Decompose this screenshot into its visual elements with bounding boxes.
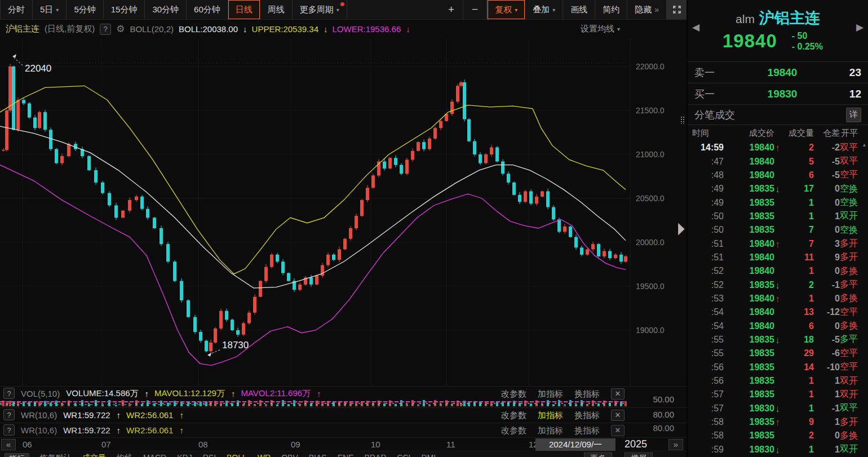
trade-row[interactable]: :571983511双开	[688, 388, 868, 401]
switch-indicator-link[interactable]: 换指标	[574, 410, 600, 421]
indicator-tab-BIAS[interactable]: BIAS	[309, 453, 327, 457]
trade-position-diff: 1	[814, 445, 840, 455]
indicator-tab-BOLL[interactable]: BOLL	[227, 453, 247, 457]
indicator-tab-KDJ[interactable]: KDJ	[177, 453, 192, 457]
svg-text:21500.0: 21500.0	[636, 106, 665, 115]
bottom-button-更多[interactable]: 更多	[584, 452, 612, 457]
close-panel-icon[interactable]: ✕	[611, 425, 625, 436]
ask-volume: 23	[830, 66, 861, 79]
change-params-link[interactable]: 改参数	[501, 410, 526, 421]
gear-icon[interactable]: ⚙	[116, 23, 125, 35]
trade-time: :54	[692, 321, 724, 331]
scroll-left-button[interactable]: «	[1, 439, 16, 450]
button-label: 画线	[570, 5, 587, 15]
trade-open-close-type: 双开	[840, 210, 865, 222]
trade-row[interactable]: :5919830↓11双开	[688, 443, 868, 456]
help-icon[interactable]: ?	[100, 24, 111, 35]
trade-row[interactable]: :5319840↑10多换	[688, 292, 868, 305]
collapse-panel-arrow-icon[interactable]: ▶	[678, 219, 685, 238]
indicator-tab-DMI[interactable]: DMI	[421, 453, 436, 457]
switch-indicator-link[interactable]: 换指标	[574, 425, 600, 436]
trade-row[interactable]: :541984013-12空平	[688, 305, 868, 319]
action-复权[interactable]: 复权▾	[487, 0, 525, 19]
add-indicator-link[interactable]: 加指标	[538, 425, 563, 436]
help-icon[interactable]: ?	[3, 409, 15, 420]
change-params-link[interactable]: 改参数	[501, 425, 526, 436]
quote-panel: ◀ ▶ alm沪铝主连 19840 - 50 - 0.25% 卖一 19840 …	[687, 0, 868, 457]
trade-row[interactable]: 14:5919840↑2-2双平	[688, 141, 868, 154]
bid-row[interactable]: 买一 19830 12	[688, 83, 868, 105]
trade-row[interactable]: :541984060多换	[688, 319, 868, 332]
trade-row[interactable]: :4919835↓170空换	[688, 182, 868, 196]
trade-row[interactable]: :5119840119多开	[688, 251, 868, 264]
action-简约[interactable]: 简约	[595, 0, 627, 19]
axis-drag-handle[interactable]	[680, 116, 685, 124]
trade-row[interactable]: :501983570空换	[688, 223, 868, 237]
indicator-tab-恢复默认[interactable]: 恢复默认	[40, 453, 72, 457]
candlestick-chart[interactable]: 22000.021500.021000.020500.020000.019500…	[0, 38, 687, 386]
indicator-tab-均线[interactable]: 均线	[117, 453, 132, 457]
indicator-tab-RSI[interactable]: RSI	[203, 453, 216, 457]
trade-position-diff: 1	[814, 417, 840, 427]
trade-open-close-type: 双开	[840, 375, 865, 387]
button-label: 叠加	[533, 5, 550, 15]
period-分时[interactable]: 分时	[0, 0, 33, 19]
indicator-tab-BRAR[interactable]: BRAR	[364, 453, 386, 457]
trade-row[interactable]: :561983511双开	[688, 374, 868, 388]
action-画线[interactable]: 画线	[563, 0, 595, 19]
trade-row[interactable]: :47198405-5双平	[688, 154, 868, 168]
trade-row[interactable]: :561983514-10空平	[688, 361, 868, 374]
wr-indicator-name[interactable]: WR(10,6)	[21, 410, 57, 420]
trade-price: 19840	[724, 266, 774, 276]
action-叠加[interactable]: 叠加▾	[525, 0, 563, 19]
add-indicator-link[interactable]: 加指标	[538, 410, 563, 421]
ma-settings-label: 设置均线	[581, 24, 614, 34]
ask-row[interactable]: 卖一 19840 23	[688, 62, 868, 83]
trade-list[interactable]: ▲ 14:5919840↑2-2双平:47198405-5双平:48198406…	[688, 141, 868, 457]
period-60分钟[interactable]: 60分钟	[187, 0, 228, 19]
chart-mode: (日线,前复权)	[45, 24, 95, 34]
period-15分钟[interactable]: 15分钟	[104, 0, 145, 19]
scroll-up-arrow-icon[interactable]: ▲	[862, 142, 867, 148]
close-panel-icon[interactable]: ✕	[611, 410, 625, 421]
period-日线[interactable]: 日线	[228, 0, 260, 19]
trade-row[interactable]: :581983520多换	[688, 429, 868, 442]
trade-row[interactable]: :5519835↓18-5多平	[688, 333, 868, 347]
indicator-tab-CCI[interactable]: CCI	[397, 453, 410, 457]
indicator-tab-MACD[interactable]: MACD	[143, 453, 166, 457]
trade-row[interactable]: :491983510空换	[688, 196, 868, 209]
indicator-tab-WR[interactable]: WR	[258, 453, 271, 457]
period-5分钟[interactable]: 5分钟	[67, 0, 103, 19]
indicator-name[interactable]: BOLL(20,2)	[130, 24, 174, 34]
detail-button[interactable]: 详	[846, 108, 861, 122]
bottom-button-横屏[interactable]: 横屏	[625, 452, 653, 457]
trade-volume: 14	[785, 362, 814, 372]
vol-indicator-name[interactable]: VOL(5,10)	[21, 389, 60, 398]
period-5日[interactable]: 5日▾	[33, 0, 67, 19]
indicator-tab-指标[interactable]: 指标	[5, 453, 29, 457]
trade-row[interactable]: :5219835↓2-1多平	[688, 278, 868, 291]
trade-row[interactable]: :5819835↑91多开	[688, 415, 868, 429]
price-up-arrow-icon: ↑	[774, 416, 785, 427]
trade-row[interactable]: :48198406-5空平	[688, 168, 868, 182]
period-周线[interactable]: 周线	[260, 0, 293, 19]
indicator-tab-ENE[interactable]: ENE	[338, 453, 354, 457]
scroll-right-button[interactable]: »	[668, 439, 683, 450]
trade-row[interactable]: :501983511双开	[688, 210, 868, 223]
trade-row[interactable]: :5719830↓1-1双平	[688, 402, 868, 415]
action-隐藏[interactable]: 隐藏»	[627, 0, 667, 19]
trade-row[interactable]: :521984010多换	[688, 264, 868, 278]
trade-row[interactable]: :5119840↑73多开	[688, 237, 868, 250]
indicator-tab-OBV[interactable]: OBV	[281, 453, 298, 457]
trade-row[interactable]: :551983529-6空平	[688, 347, 868, 360]
help-icon[interactable]: ?	[3, 424, 15, 436]
wr-indicator-name[interactable]: WR(10,6)	[21, 425, 57, 435]
period-更多周期[interactable]: 更多周期▾	[293, 0, 347, 19]
help-icon[interactable]: ?	[3, 388, 15, 399]
ma-settings-button[interactable]: 设置均线 ▾	[581, 24, 620, 34]
fullscreen-button[interactable]	[667, 0, 687, 19]
zoom-out-button[interactable]: −	[463, 0, 487, 19]
zoom-in-button[interactable]: +	[440, 0, 463, 19]
period-30分钟[interactable]: 30分钟	[145, 0, 187, 19]
indicator-tab-成交量[interactable]: 成交量	[82, 453, 106, 457]
